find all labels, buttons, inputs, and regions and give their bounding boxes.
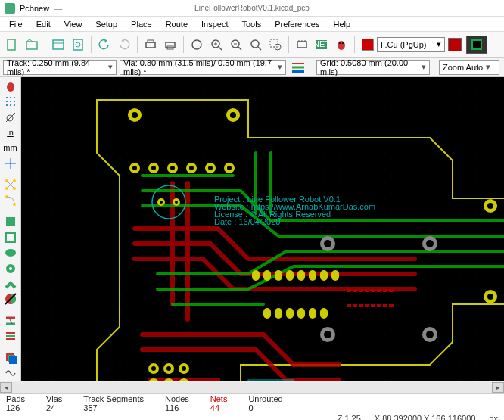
zoom-fit-icon[interactable]: [247, 36, 265, 54]
scroll-left-arrow[interactable]: ◂: [0, 382, 12, 393]
cursor-shape-icon[interactable]: [2, 156, 20, 170]
units-mm-button[interactable]: mm: [2, 141, 20, 155]
svg-rect-7: [148, 40, 154, 42]
main-toolbar: NET F.Cu (PgUp)▾: [0, 32, 504, 58]
svg-rect-71: [9, 356, 17, 364]
mode-track-icon[interactable]: [2, 329, 20, 344]
svg-point-86: [189, 166, 194, 170]
app-icon: [5, 3, 15, 14]
svg-rect-144: [377, 289, 381, 292]
netlist-icon[interactable]: NET: [313, 36, 331, 54]
menu-edit[interactable]: Edit: [30, 18, 57, 30]
zoom-selection-icon[interactable]: [266, 36, 285, 54]
svg-point-84: [170, 166, 175, 170]
plot-icon[interactable]: [161, 36, 179, 54]
layers-manager-icon[interactable]: [2, 350, 20, 365]
scroll-right-arrow[interactable]: ▸: [492, 382, 504, 393]
track-fill-icon[interactable]: [2, 276, 20, 291]
board-setup-icon[interactable]: [49, 36, 67, 54]
horizontal-scrollbar[interactable]: ◂ ▸: [0, 381, 504, 393]
menu-view[interactable]: View: [58, 18, 89, 30]
nets-label: Nets: [210, 394, 228, 403]
footprint-icon[interactable]: [293, 36, 311, 54]
drc-marker-icon[interactable]: [2, 79, 20, 93]
silk-line4: Date : 16/04/2020: [214, 217, 280, 226]
svg-point-82: [151, 166, 156, 170]
svg-rect-6: [146, 42, 155, 48]
open-board-icon[interactable]: [23, 36, 41, 54]
svg-rect-93: [275, 270, 282, 281]
svg-point-125: [182, 366, 186, 371]
svg-rect-100: [275, 308, 282, 319]
zone-outline-icon[interactable]: [2, 230, 20, 244]
refresh-icon[interactable]: [188, 36, 206, 54]
zoom-dropdown[interactable]: Zoom Auto▾: [439, 60, 499, 75]
menu-preferences[interactable]: Preferences: [269, 18, 325, 30]
svg-rect-102: [297, 308, 305, 319]
svg-rect-1: [26, 42, 37, 49]
svg-rect-153: [383, 304, 387, 307]
contrast-mode-icon[interactable]: [2, 292, 20, 306]
drc-icon[interactable]: [332, 36, 350, 54]
svg-point-108: [426, 240, 434, 247]
print-icon[interactable]: [142, 36, 160, 54]
track-width-dropdown[interactable]: Track: 0.250 mm (9.84 mils) *▾: [3, 60, 117, 75]
nodes-label: Nodes: [165, 394, 189, 403]
svg-rect-151: [371, 304, 375, 307]
svg-point-112: [426, 331, 434, 338]
zoom-in-icon[interactable]: [207, 36, 226, 54]
menu-help[interactable]: Help: [327, 18, 356, 30]
new-board-icon[interactable]: [3, 36, 21, 54]
grid-dropdown[interactable]: Grid: 0.5080 mm (20.00 mils)▾: [316, 60, 430, 75]
svg-rect-20: [270, 39, 278, 47]
menu-file[interactable]: File: [3, 18, 29, 30]
polar-coord-icon[interactable]: [2, 110, 20, 124]
svg-rect-91: [252, 270, 260, 281]
menu-place[interactable]: Place: [125, 18, 158, 30]
svg-rect-57: [6, 217, 15, 226]
via-fill-icon[interactable]: [2, 261, 20, 275]
title-dash: —: [54, 4, 62, 13]
ratsnest-curved-icon[interactable]: [2, 193, 20, 207]
layer-manager-icon[interactable]: [448, 38, 462, 51]
svg-point-39: [14, 97, 15, 98]
svg-rect-149: [359, 304, 363, 307]
svg-line-16: [238, 47, 241, 50]
svg-rect-104: [320, 308, 328, 319]
svg-rect-139: [347, 289, 351, 292]
render-settings-icon[interactable]: [466, 36, 487, 54]
units-in-button[interactable]: in: [2, 125, 20, 139]
menu-tools[interactable]: Tools: [235, 18, 267, 30]
menu-setup[interactable]: Setup: [89, 18, 123, 30]
svg-rect-140: [353, 289, 357, 292]
svg-point-44: [10, 104, 11, 106]
zone-fill-icon[interactable]: [2, 215, 20, 229]
ratsnest-icon[interactable]: [2, 178, 20, 192]
autowidth-icon[interactable]: [289, 58, 307, 76]
undo-icon[interactable]: [95, 36, 114, 54]
svg-line-19: [258, 47, 261, 50]
layer-swatch: [362, 39, 374, 51]
pad-fill-icon[interactable]: [2, 245, 20, 260]
svg-rect-97: [320, 270, 328, 281]
grid-dots-icon[interactable]: [2, 94, 20, 108]
layer-dropdown[interactable]: F.Cu (PgUp)▾: [377, 37, 445, 52]
svg-rect-32: [473, 41, 481, 48]
status-bar: Pads126 Vias24 Track Segments357 Nodes11…: [0, 393, 504, 420]
svg-rect-146: [389, 289, 394, 292]
redo-icon[interactable]: [115, 36, 133, 54]
svg-point-30: [342, 42, 344, 44]
svg-rect-141: [359, 289, 363, 292]
via-size-dropdown[interactable]: Via: 0.80 mm (31.5 mils)/ 0.50 mm (19.7 …: [120, 60, 286, 75]
menu-inspect[interactable]: Inspect: [195, 18, 234, 30]
microwave-icon[interactable]: [2, 366, 20, 380]
page-settings-icon[interactable]: [69, 36, 87, 54]
pcb-canvas[interactable]: Project : Line Follower Robot V0.1 Websi…: [21, 77, 504, 381]
zoom-out-icon[interactable]: [227, 36, 245, 54]
nets-value: 44: [210, 403, 219, 412]
tracksegments-label: Track Segments: [83, 394, 144, 403]
mode-footprint-icon[interactable]: [2, 313, 20, 328]
svg-point-59: [5, 249, 16, 257]
svg-point-43: [6, 104, 8, 106]
menu-route[interactable]: Route: [160, 18, 194, 30]
